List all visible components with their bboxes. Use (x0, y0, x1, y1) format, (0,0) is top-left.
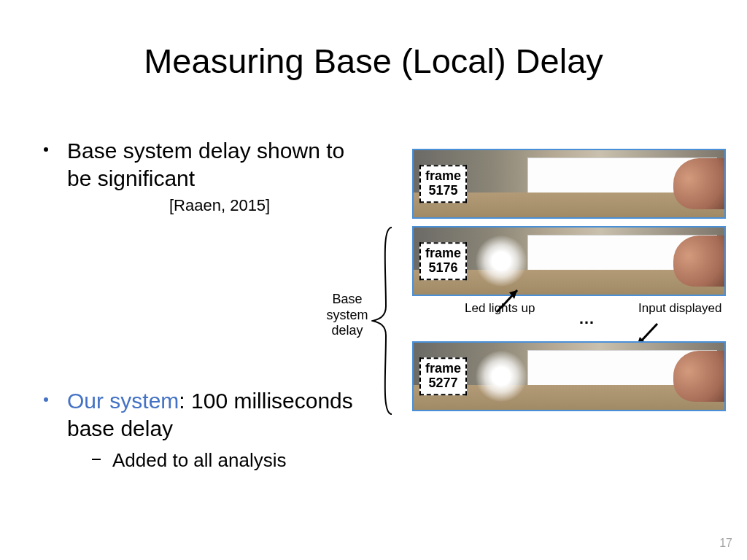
annotation-input: Input displayed (638, 302, 721, 316)
annotation-row: Led lights up … Input displayed (398, 303, 726, 341)
frame-label-num: 5176 (428, 260, 457, 275)
curly-brace-icon (371, 226, 393, 416)
led-glow-icon (476, 236, 527, 287)
frame-1-label: frame 5175 (419, 165, 467, 203)
frame-label-top: frame (425, 246, 461, 260)
sub-bullet-marker (92, 459, 101, 460)
hand-icon (673, 351, 724, 402)
frame-2-label: frame 5176 (419, 242, 467, 280)
hand-icon (673, 236, 724, 287)
frame-label-top: frame (425, 168, 461, 183)
led-glow-icon (476, 351, 527, 402)
hand-icon (673, 158, 724, 209)
bullet-2-highlight: Our system (67, 389, 179, 413)
frame-label-top: frame (425, 361, 461, 376)
annotation-ellipsis: … (578, 309, 596, 328)
bullet-1: Base system delay shown to be significan… (47, 137, 353, 215)
frame-3-label: frame 5277 (419, 357, 467, 395)
annotation-led: Led lights up (465, 302, 535, 316)
frame-label-num: 5277 (428, 376, 457, 390)
figure-panel: Base system delay frame 5175 frame 5176 (398, 149, 726, 419)
frame-3: frame 5277 (412, 341, 726, 411)
sub-bullet-text: Added to all analysis (112, 449, 353, 472)
brace-label: Base system delay (322, 292, 373, 339)
citation: [Raaen, 2015] (169, 196, 353, 215)
frame-label-num: 5175 (428, 183, 457, 198)
bullet-1-text: Base system delay shown to be significan… (67, 137, 353, 192)
slide-title: Measuring Base (Local) Delay (0, 41, 747, 81)
bullet-marker (44, 397, 48, 402)
frame-1: frame 5175 (412, 149, 726, 219)
bullet-2: Our system: 100 milliseconds base delay … (47, 387, 353, 472)
page-number: 17 (719, 537, 732, 550)
bullet-marker (44, 147, 48, 152)
bullet-2-text: Our system: 100 milliseconds base delay (67, 387, 353, 442)
sub-bullet: Added to all analysis (67, 449, 353, 472)
frame-2: frame 5176 (412, 226, 726, 296)
bullet-list: Base system delay shown to be significan… (47, 137, 353, 472)
